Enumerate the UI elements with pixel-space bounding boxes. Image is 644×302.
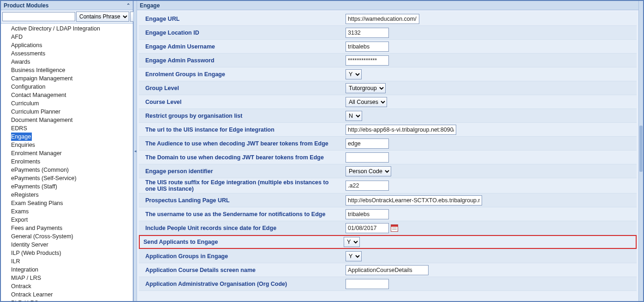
form-label: The Audience to use when decoding JWT be… <box>142 140 346 147</box>
text-input[interactable] <box>346 152 389 163</box>
app-layout: Product Modules ⌃ Contains Phrase Find A… <box>1 1 643 301</box>
main-scrollbar[interactable] <box>638 1 643 301</box>
form-row: Engage URL <box>139 12 637 26</box>
sidebar-item[interactable]: ILP (Web Products) <box>1 249 133 257</box>
form-row: Application Course Details screen name <box>139 263 637 277</box>
form-label: Restrict groups by organisation list <box>142 113 346 119</box>
sidebar-item[interactable]: Ontrack <box>1 282 133 290</box>
form-row: Application Groups in EngageY <box>139 249 637 263</box>
sidebar-item[interactable]: Business Intelligence <box>1 66 133 74</box>
sidebar-item[interactable]: PLR / LRS <box>1 299 133 301</box>
search-filter-select[interactable]: Contains Phrase <box>76 12 129 22</box>
sidebar-item[interactable]: Ontrack Learner <box>1 290 133 299</box>
form-control <box>346 139 389 149</box>
text-input[interactable] <box>346 125 456 135</box>
sidebar-item[interactable]: Exam Seating Plans <box>1 199 133 207</box>
form-row: Send Applicants to EngageY <box>139 235 637 249</box>
collapse-icon[interactable]: ⌃ <box>126 1 130 10</box>
select-input[interactable]: Tutorgroup <box>346 83 386 93</box>
select-input[interactable]: Y <box>346 251 362 261</box>
text-input[interactable] <box>346 42 389 52</box>
select-input[interactable]: N <box>346 111 362 121</box>
splitter-handle[interactable]: ◂ <box>133 1 137 301</box>
form-control <box>346 125 456 135</box>
sidebar-item[interactable]: Fees and Payments <box>1 224 133 232</box>
select-input[interactable]: Y <box>344 237 360 247</box>
text-input[interactable] <box>346 195 482 205</box>
text-input[interactable] <box>346 181 389 191</box>
form-control: Y <box>346 69 362 79</box>
form-row: Engage Admin Password <box>139 54 637 67</box>
sidebar-item[interactable]: ePayments (Self-Service) <box>1 174 133 182</box>
sidebar-item[interactable]: Contact Management <box>1 91 133 99</box>
sidebar-item[interactable]: Enquiries <box>1 141 133 149</box>
scrollbar-thumb[interactable] <box>639 126 643 172</box>
search-input[interactable] <box>2 12 75 21</box>
sidebar-item[interactable]: ePayments (Staff) <box>1 182 133 191</box>
form-row: Group LevelTutorgroup <box>139 81 637 95</box>
date-input[interactable] <box>346 223 389 233</box>
form-label: Engage URL <box>142 16 346 22</box>
text-input[interactable] <box>346 14 419 24</box>
form-control <box>346 42 389 52</box>
sidebar-item[interactable]: eRegisters <box>1 191 133 199</box>
form-label: The username to use as the Sendername fo… <box>142 211 346 217</box>
form-row: The Domain to use when decoding JWT bear… <box>139 151 637 164</box>
sidebar-item[interactable]: Configuration <box>1 83 133 91</box>
form-control <box>346 181 389 191</box>
sidebar-item[interactable]: Integration <box>1 266 133 274</box>
select-input[interactable]: All Courses <box>346 97 387 107</box>
sidebar-item[interactable]: ePayments (Common) <box>1 166 133 174</box>
sidebar-item[interactable]: Enrolments <box>1 157 133 166</box>
sidebar-item[interactable]: AFD <box>1 33 133 41</box>
calendar-icon[interactable] <box>391 224 398 232</box>
sidebar-item[interactable]: MIAP / LRS <box>1 274 133 282</box>
sidebar-item[interactable]: Enrolment Manager <box>1 149 133 157</box>
form-row: The Audience to use when decoding JWT be… <box>139 137 637 151</box>
form-control <box>346 55 389 66</box>
sidebar-item[interactable]: Engage <box>11 133 32 141</box>
sidebar-item[interactable]: Applications <box>1 41 133 49</box>
form-label: Engage Admin Password <box>142 57 346 64</box>
sidebar-item[interactable]: Export <box>1 216 133 224</box>
form-row: Course LevelAll Courses <box>139 95 637 109</box>
form-label: Course Level <box>142 99 346 105</box>
sidebar-item[interactable]: General (Cross-System) <box>1 232 133 241</box>
form-label: Prospectus Landing Page URL <box>142 197 346 204</box>
sidebar-item[interactable]: EDRS <box>1 124 133 133</box>
sidebar-item[interactable]: ILR <box>1 257 133 266</box>
form-control: N <box>346 111 362 121</box>
sidebar-item[interactable]: Awards <box>1 58 133 66</box>
text-input[interactable] <box>346 265 429 275</box>
sidebar-item[interactable]: Document Management <box>1 116 133 124</box>
form-label: Engage person identifier <box>142 168 346 175</box>
select-input[interactable]: Person Code <box>346 166 391 176</box>
sidebar-item[interactable]: Campaign Management <box>1 74 133 83</box>
sidebar-item[interactable]: Curriculum <box>1 99 133 108</box>
sidebar-list[interactable]: Active Directory / LDAP IntegrationAFDAp… <box>1 24 133 301</box>
form-label: The Domain to use when decoding JWT bear… <box>142 154 346 161</box>
text-input[interactable] <box>346 55 389 66</box>
form-row: Prospectus Landing Page URL <box>139 193 637 207</box>
sidebar-item[interactable]: Curriculum Planner <box>1 108 133 116</box>
form-control: Tutorgroup <box>346 83 386 93</box>
form-label: Include People Unit records since date f… <box>142 225 346 231</box>
form-rows: Engage URLEngage Location IDEngage Admin… <box>139 12 637 291</box>
sidebar-header[interactable]: Product Modules ⌃ <box>1 1 133 10</box>
form-label: The UIS route suffix for Edge integratio… <box>142 179 346 192</box>
sidebar-item[interactable]: Active Directory / LDAP Integration <box>1 24 133 33</box>
form-control <box>346 209 389 219</box>
sidebar-item[interactable]: Assessments <box>1 49 133 58</box>
form-label: Application Groups in Engage <box>142 253 346 260</box>
select-input[interactable]: Y <box>346 69 362 79</box>
sidebar-item[interactable]: Identity Server <box>1 241 133 249</box>
sidebar-item[interactable]: Exams <box>1 207 133 216</box>
sidebar-panel: Product Modules ⌃ Contains Phrase Find A… <box>1 1 133 301</box>
text-input[interactable] <box>346 139 389 149</box>
form-row: Engage person identifierPerson Code <box>139 164 637 178</box>
form-label: Engage Location ID <box>142 30 346 36</box>
text-input[interactable] <box>346 279 389 289</box>
text-input[interactable] <box>346 28 389 38</box>
form-control: All Courses <box>346 97 387 107</box>
text-input[interactable] <box>346 209 389 219</box>
